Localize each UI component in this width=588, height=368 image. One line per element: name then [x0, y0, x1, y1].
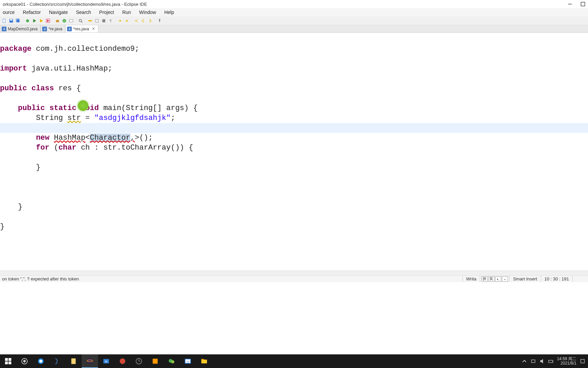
toggle-mark-occurrences-icon[interactable] — [94, 18, 100, 24]
editor-tabs: J MapDemo3.java J *re.java J *res.java ✕ — [0, 25, 588, 33]
code-text: } — [18, 203, 22, 211]
pin-editor-icon[interactable] — [157, 18, 163, 24]
close-icon[interactable]: ✕ — [92, 27, 95, 31]
menu-navigate[interactable]: Navigate — [48, 9, 69, 16]
code-text: ; — [148, 134, 153, 142]
svg-rect-15 — [69, 19, 73, 22]
svg-rect-18 — [88, 20, 92, 21]
svg-text:W: W — [105, 360, 108, 363]
tab-res[interactable]: J *res.java ✕ — [65, 25, 98, 32]
svg-rect-43 — [153, 359, 158, 364]
keyword-package: package — [0, 45, 31, 53]
menu-bar: ource Refactor Navigate Search Project R… — [0, 8, 588, 16]
debug-icon[interactable] — [24, 18, 31, 24]
string-literal: "asdgjklgfdsahjk" — [94, 114, 170, 122]
back-icon[interactable] — [140, 18, 146, 24]
menu-project[interactable]: Project — [98, 9, 116, 16]
svg-marker-51 — [540, 359, 543, 363]
variable-str: str — [67, 114, 81, 122]
tray-battery-icon[interactable] — [548, 358, 554, 364]
start-button[interactable] — [0, 354, 16, 368]
ime-cell: ⌄ — [502, 276, 508, 282]
new-package-icon[interactable] — [54, 18, 61, 24]
svg-point-7 — [26, 19, 29, 22]
svg-marker-23 — [126, 19, 128, 21]
svg-rect-26 — [5, 358, 8, 361]
save-all-icon[interactable] — [15, 18, 21, 24]
taskbar-app-wps[interactable]: W — [98, 354, 114, 368]
java-file-icon: J — [2, 27, 6, 31]
taskbar-app-clock[interactable] — [131, 354, 147, 368]
status-writable: Writa — [462, 276, 480, 282]
taskbar-app-wechat[interactable] — [163, 354, 180, 368]
save-icon[interactable] — [8, 18, 14, 24]
ime-cell: •, — [495, 276, 501, 282]
next-annotation-icon[interactable] — [117, 18, 123, 24]
taskbar-app-player[interactable] — [49, 354, 65, 368]
window-title: orkspace01 - Collection/src/com/jh/colle… — [3, 2, 568, 7]
code-text: main(String[] args) { — [99, 104, 197, 112]
svg-point-39 — [120, 358, 126, 364]
taskbar-app-sublime[interactable] — [147, 354, 163, 368]
svg-marker-11 — [47, 19, 49, 22]
tab-re[interactable]: J *re.java — [40, 25, 65, 32]
code-text: } — [0, 223, 4, 231]
new-icon[interactable] — [1, 18, 7, 24]
last-edit-icon[interactable] — [133, 18, 140, 24]
tray-notification-icon[interactable] — [580, 358, 585, 364]
menu-refactor[interactable]: Refactor — [21, 9, 42, 16]
tray-volume-icon[interactable] — [539, 358, 545, 364]
svg-marker-22 — [119, 20, 121, 22]
tray-network-icon[interactable] — [530, 358, 536, 364]
svg-rect-2 — [3, 19, 5, 22]
taskbar-app-security[interactable] — [114, 354, 131, 368]
svg-rect-20 — [102, 19, 105, 22]
horizontal-scrollbar[interactable] — [0, 271, 588, 275]
keyword-static: static — [49, 104, 76, 112]
menu-source[interactable]: ource — [1, 9, 16, 16]
code-editor[interactable]: package com.jh.collectiondemo9; import j… — [0, 33, 588, 271]
taskbar-app-browser[interactable] — [33, 354, 49, 368]
code-content[interactable]: package com.jh.collectiondemo9; import j… — [0, 33, 588, 233]
svg-rect-54 — [581, 359, 585, 363]
tray-chevron-up-icon[interactable] — [522, 358, 527, 364]
svg-text:V2: V2 — [186, 360, 190, 363]
taskbar-app-obs[interactable] — [16, 354, 33, 368]
search-icon[interactable] — [78, 18, 84, 24]
toggle-breadcrumb-icon[interactable] — [87, 18, 93, 24]
code-text: } — [36, 163, 40, 172]
coverage-icon[interactable] — [38, 18, 44, 24]
menu-search[interactable]: Search — [75, 9, 92, 16]
tab-mapdemo3[interactable]: J MapDemo3.java — [0, 25, 40, 32]
menu-run[interactable]: Run — [121, 9, 132, 16]
svg-point-35 — [87, 358, 93, 364]
ime-cell: 拼 — [481, 276, 488, 282]
taskbar-app-eclipse[interactable] — [82, 354, 98, 368]
taskbar-app-vnc[interactable]: V2 — [180, 354, 196, 368]
code-text: < — [85, 134, 90, 142]
minimize-button[interactable] — [568, 2, 572, 6]
tray-clock[interactable]: 14:59 周二 2021/6/1 — [557, 357, 576, 366]
forward-icon[interactable] — [147, 18, 153, 24]
taskbar-app-notes[interactable] — [65, 354, 82, 368]
ime-indicator[interactable]: 拼 英 •, ⌄ — [480, 276, 509, 282]
svg-rect-12 — [56, 20, 59, 22]
ext-tools-icon[interactable] — [45, 18, 51, 24]
maximize-button[interactable] — [581, 2, 585, 6]
menu-help[interactable]: Help — [163, 9, 176, 16]
code-text: ( — [49, 143, 58, 152]
new-class-icon[interactable]: C — [61, 18, 67, 24]
show-whitespace-icon[interactable]: ¶ — [108, 18, 114, 24]
prev-annotation-icon[interactable] — [124, 18, 130, 24]
system-tray: 14:59 周二 2021/6/1 — [522, 357, 588, 366]
open-type-icon[interactable] — [68, 18, 74, 24]
toggle-block-selection-icon[interactable] — [101, 18, 107, 24]
toolbar: C ¶ — [0, 16, 588, 25]
keyword-import: import — [0, 64, 27, 73]
java-file-icon: J — [42, 27, 47, 31]
taskbar-app-explorer[interactable] — [196, 354, 212, 368]
menu-window[interactable]: Window — [138, 9, 158, 16]
keyword-class: class — [31, 84, 54, 93]
run-icon[interactable] — [31, 18, 37, 24]
keyword-for: for — [36, 143, 50, 152]
